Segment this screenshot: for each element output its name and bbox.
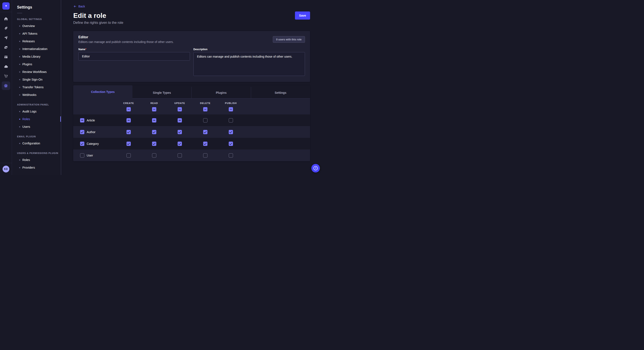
name-input[interactable] bbox=[78, 52, 190, 61]
sidebar-item-releases[interactable]: Releases bbox=[12, 37, 61, 45]
home-icon[interactable] bbox=[2, 14, 10, 23]
row-article-checkbox[interactable] bbox=[80, 118, 84, 123]
content-manager-icon[interactable] bbox=[2, 53, 10, 61]
select-all-update-checkbox[interactable] bbox=[178, 107, 182, 111]
users-count-badge[interactable]: 0 users with this role bbox=[273, 36, 305, 43]
tab-plugins[interactable]: Plugins bbox=[192, 87, 251, 98]
column-header-read: READ bbox=[142, 102, 167, 111]
sidebar-item-roles[interactable]: Roles bbox=[12, 115, 61, 123]
tab-collection-types[interactable]: Collection Types bbox=[73, 85, 132, 98]
sidebar-item-roles[interactable]: Roles bbox=[12, 156, 61, 164]
permission-cell bbox=[142, 142, 167, 146]
article-create-checkbox[interactable] bbox=[126, 118, 131, 123]
category-read-checkbox[interactable] bbox=[152, 142, 156, 146]
row-author-checkbox[interactable] bbox=[80, 130, 84, 134]
workspace-logo-section bbox=[0, 0, 12, 12]
content-type-builder-icon[interactable] bbox=[2, 24, 10, 32]
sidebar-item-label: Single Sign-On bbox=[22, 78, 42, 81]
bullet-icon bbox=[19, 56, 20, 57]
user-update-checkbox[interactable] bbox=[178, 153, 182, 158]
help-button[interactable]: ? bbox=[311, 164, 320, 173]
user-avatar[interactable]: KD bbox=[2, 166, 9, 173]
marketplace-icon[interactable] bbox=[2, 72, 10, 80]
bullet-icon bbox=[19, 111, 20, 112]
strapi-logo-icon[interactable] bbox=[2, 2, 10, 9]
category-update-checkbox[interactable] bbox=[178, 142, 182, 146]
permission-cell bbox=[167, 153, 192, 158]
category-publish-checkbox[interactable] bbox=[229, 142, 233, 146]
select-all-read-checkbox[interactable] bbox=[152, 107, 156, 111]
bullet-icon bbox=[19, 143, 20, 144]
sidebar-item-audit-logs[interactable]: Audit Logs bbox=[12, 108, 61, 115]
sidebar-item-media-library[interactable]: Media Library bbox=[12, 53, 61, 60]
select-all-create-checkbox[interactable] bbox=[126, 107, 131, 111]
user-delete-checkbox[interactable] bbox=[203, 153, 208, 158]
save-button[interactable]: Save bbox=[295, 11, 310, 19]
sidebar-item-label: API Tokens bbox=[22, 32, 38, 35]
permission-cell bbox=[218, 130, 244, 134]
author-read-checkbox[interactable] bbox=[152, 130, 156, 134]
permission-cell bbox=[167, 118, 192, 123]
sidebar-item-api-tokens[interactable]: API Tokens bbox=[12, 30, 61, 37]
article-delete-checkbox[interactable] bbox=[203, 118, 208, 123]
sidebar-item-label: Providers bbox=[22, 166, 35, 169]
releases-icon[interactable] bbox=[2, 34, 10, 42]
column-header-update: UPDATE bbox=[167, 102, 192, 111]
article-update-checkbox[interactable] bbox=[178, 118, 182, 123]
permission-cell bbox=[218, 153, 244, 158]
article-publish-checkbox[interactable] bbox=[229, 118, 233, 123]
sidebar-item-single-sign-on[interactable]: Single Sign-On bbox=[12, 76, 61, 83]
sidebar-item-label: Internationalization bbox=[22, 47, 48, 51]
select-all-delete-checkbox[interactable] bbox=[203, 107, 208, 111]
select-all-publish-checkbox[interactable] bbox=[229, 107, 233, 111]
role-details-card: Editor Editors can manage and publish co… bbox=[73, 31, 310, 82]
deploy-icon[interactable] bbox=[2, 62, 10, 71]
sidebar-item-webhooks[interactable]: Webhooks bbox=[12, 91, 61, 99]
row-category-checkbox[interactable] bbox=[80, 142, 84, 146]
article-read-checkbox[interactable] bbox=[152, 118, 156, 123]
row-name-cell: Author bbox=[80, 130, 116, 134]
user-create-checkbox[interactable] bbox=[126, 153, 131, 158]
sidebar-item-users[interactable]: Users bbox=[12, 123, 61, 131]
row-user-checkbox[interactable] bbox=[80, 153, 84, 158]
tab-single-types[interactable]: Single Types bbox=[132, 87, 192, 98]
settings-icon[interactable] bbox=[2, 81, 10, 90]
category-create-checkbox[interactable] bbox=[126, 142, 131, 146]
required-asterisk: * bbox=[86, 48, 86, 51]
category-delete-checkbox[interactable] bbox=[203, 142, 208, 146]
sidebar-item-label: Roles bbox=[22, 117, 30, 121]
sidebar-item-internationalization[interactable]: Internationalization bbox=[12, 45, 61, 53]
permission-cell bbox=[142, 130, 167, 134]
permission-cell bbox=[218, 142, 244, 146]
bullet-icon bbox=[19, 87, 20, 88]
sidebar-item-label: Webhooks bbox=[22, 93, 36, 97]
back-link[interactable]: Back bbox=[73, 5, 85, 8]
user-publish-checkbox[interactable] bbox=[229, 153, 233, 158]
sidebar-item-overview[interactable]: Overview bbox=[12, 22, 61, 30]
author-delete-checkbox[interactable] bbox=[203, 130, 208, 134]
author-update-checkbox[interactable] bbox=[178, 130, 182, 134]
column-header-delete: DELETE bbox=[192, 102, 218, 111]
permission-cell bbox=[218, 118, 244, 123]
sidebar-item-plugins[interactable]: Plugins bbox=[12, 60, 61, 68]
description-field-label: Description bbox=[193, 48, 305, 51]
user-read-checkbox[interactable] bbox=[152, 153, 156, 158]
permission-row-user: User bbox=[73, 150, 310, 161]
description-textarea[interactable]: Editors can manage and publish contents … bbox=[193, 52, 305, 76]
sidebar-item-label: Overview bbox=[22, 24, 35, 28]
sidebar-item-review-workflows[interactable]: Review Workflows bbox=[12, 68, 61, 76]
question-mark-glyph: ? bbox=[315, 167, 316, 170]
sidebar-sections: GLOBAL SETTINGSOverviewAPI TokensRelease… bbox=[12, 18, 61, 172]
tab-settings[interactable]: Settings bbox=[251, 87, 310, 98]
sidebar-item-providers[interactable]: Providers bbox=[12, 164, 61, 172]
author-create-checkbox[interactable] bbox=[126, 130, 131, 134]
row-name-cell: Category bbox=[80, 142, 116, 146]
author-publish-checkbox[interactable] bbox=[229, 130, 233, 134]
permission-cell bbox=[116, 130, 142, 134]
sidebar-item-configuration[interactable]: Configuration bbox=[12, 140, 61, 147]
media-library-icon[interactable] bbox=[2, 43, 10, 52]
sidebar-item-transfer-tokens[interactable]: Transfer Tokens bbox=[12, 83, 61, 91]
name-field-group: Name* bbox=[78, 48, 190, 77]
sidebar-section-global-settings: GLOBAL SETTINGSOverviewAPI TokensRelease… bbox=[12, 18, 61, 99]
rail-nav-icons bbox=[2, 12, 10, 90]
